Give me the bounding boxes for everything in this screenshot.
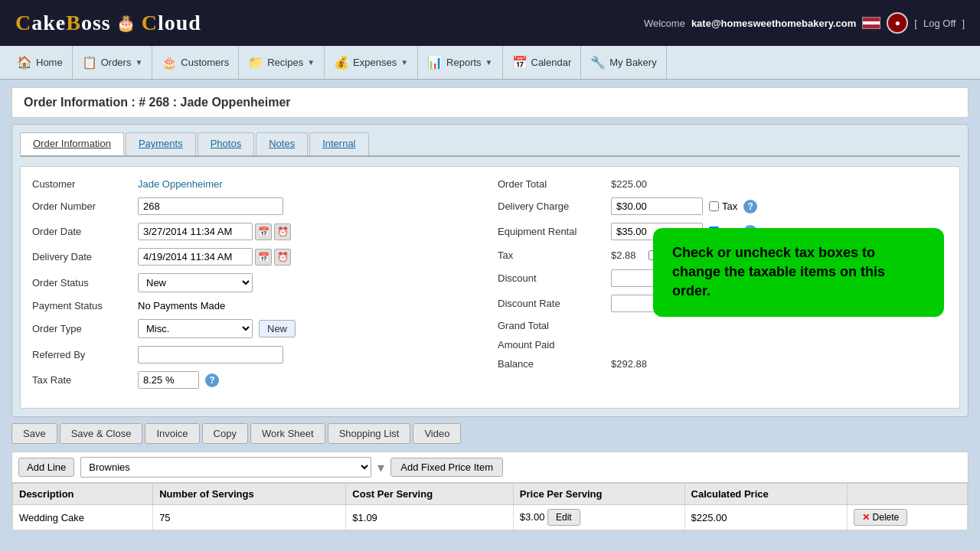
items-table: Description Number of Servings Cost Per … — [12, 483, 968, 530]
amount-paid-label: Amount Paid — [498, 339, 605, 350]
form-area: Customer Jade Oppenheimer Order Number O… — [20, 166, 960, 409]
nav-customers[interactable]: 🎂 Customers — [152, 46, 239, 79]
order-type-row: Order Type Misc. Wedding Cake Birthday N… — [32, 319, 482, 338]
delivery-tax-label: Tax — [722, 201, 737, 212]
save-close-button[interactable]: Save & Close — [60, 423, 143, 444]
payment-status-row: Payment Status No Payments Made — [32, 300, 482, 311]
nav-mybakery-label: My Bakery — [609, 57, 656, 68]
delivery-date-row: Delivery Date 📅 ⏰ — [32, 248, 482, 266]
delivery-date-time-button[interactable]: ⏰ — [274, 249, 291, 266]
order-date-calendar-button[interactable]: 📅 — [255, 223, 272, 240]
delivery-charge-help-icon[interactable]: ? — [743, 200, 757, 214]
main-panel: Order Information Payments Photos Notes … — [11, 124, 969, 417]
recipe-select-arrow-icon: ▾ — [377, 459, 384, 476]
page-title-bar: Order Information : # 268 : Jade Oppenhe… — [11, 87, 969, 118]
nav-orders-label: Orders — [101, 57, 132, 68]
nav-bar: 🏠 Home 📋 Orders ▼ 🎂 Customers 📁 Recipes … — [0, 46, 980, 80]
order-total-label: Order Total — [498, 178, 605, 190]
row-delete-cell: ✕ Delete — [847, 505, 967, 530]
add-line-button[interactable]: Add Line — [18, 458, 74, 477]
tax-rate-input[interactable] — [138, 371, 199, 389]
grand-total-row: Grand Total — [498, 320, 948, 331]
customer-row: Customer Jade Oppenheimer — [32, 178, 482, 190]
nav-recipes[interactable]: 📁 Recipes ▼ — [239, 46, 325, 79]
recipes-arrow-icon: ▼ — [307, 58, 315, 67]
reports-icon: 📊 — [427, 55, 443, 70]
video-button[interactable]: Video — [413, 423, 461, 444]
referred-by-row: Referred By — [32, 346, 482, 364]
col-actions — [847, 484, 967, 505]
expenses-icon: 💰 — [334, 55, 349, 70]
amount-paid-row: Amount Paid — [498, 339, 948, 350]
items-toolbar: Add Line Brownies Wedding Cake Cupcakes … — [12, 452, 968, 483]
logo-cloud: Cloud — [142, 11, 201, 35]
nav-reports-label: Reports — [446, 57, 482, 68]
delivery-charge-input[interactable] — [611, 197, 703, 215]
logout-button[interactable]: Log Off — [923, 18, 956, 29]
nav-customers-label: Customers — [181, 57, 229, 68]
delivery-date-label: Delivery Date — [32, 251, 132, 262]
order-total-row: Order Total $225.00 — [498, 178, 948, 190]
order-date-time-button[interactable]: ⏰ — [274, 223, 291, 240]
order-type-select[interactable]: Misc. Wedding Cake Birthday — [138, 319, 253, 338]
nav-calendar-label: Calendar — [531, 57, 572, 68]
tax-rate-label: Tax Rate — [32, 374, 132, 386]
logo-icon: 🎂 — [114, 11, 139, 35]
order-date-label: Order Date — [32, 226, 132, 237]
nav-calendar[interactable]: 📅 Calendar — [503, 46, 582, 79]
delivery-tax-check: Tax — [709, 201, 737, 212]
order-status-select[interactable]: New In Progress Complete — [138, 273, 253, 292]
tab-photos[interactable]: Photos — [198, 132, 254, 155]
discount-rate-label: Discount Rate — [498, 298, 605, 309]
referred-by-label: Referred By — [32, 349, 132, 360]
nav-expenses[interactable]: 💰 Expenses ▼ — [325, 46, 418, 79]
order-total-value: $225.00 — [611, 178, 647, 190]
delivery-date-calendar-button[interactable]: 📅 — [255, 249, 272, 266]
tax-rate-row: Tax Rate ? — [32, 371, 482, 389]
save-button[interactable]: Save — [11, 423, 57, 444]
equipment-rental-label: Equipment Rental — [498, 226, 605, 237]
delivery-date-input[interactable] — [138, 248, 253, 266]
tab-internal[interactable]: Internal — [309, 132, 368, 155]
order-number-input[interactable] — [138, 197, 283, 215]
add-fixed-price-button[interactable]: Add Fixed Price Item — [390, 458, 503, 477]
tax-value: $2.88 — [611, 249, 636, 261]
page-title: Order Information : # 268 : Jade Oppenhe… — [24, 96, 291, 109]
order-date-input[interactable] — [138, 223, 253, 240]
delivery-tax-checkbox[interactable] — [709, 201, 719, 211]
tax-rate-help-icon[interactable]: ? — [205, 373, 219, 387]
tabs: Order Information Payments Photos Notes … — [20, 132, 960, 157]
balance-value: $292.88 — [611, 358, 647, 370]
items-area: Add Line Brownies Wedding Cake Cupcakes … — [11, 452, 969, 531]
copy-button[interactable]: Copy — [202, 423, 248, 444]
tooltip-overlay: Check or uncheck tax boxes to change the… — [653, 228, 944, 317]
edit-button[interactable]: Edit — [547, 509, 580, 526]
nav-home[interactable]: 🏠 Home — [8, 46, 73, 79]
row-servings: 75 — [153, 505, 346, 530]
nav-mybakery[interactable]: 🔧 My Bakery — [581, 46, 666, 79]
tab-order-information[interactable]: Order Information — [20, 132, 124, 155]
recipe-select[interactable]: Brownies Wedding Cake Cupcakes — [80, 457, 371, 478]
order-status-label: Order Status — [32, 277, 132, 289]
nav-home-label: Home — [36, 57, 63, 68]
customer-link[interactable]: Jade Oppenheimer — [138, 178, 223, 190]
referred-by-input[interactable] — [138, 346, 283, 364]
worksheet-button[interactable]: Work Sheet — [250, 423, 325, 444]
tab-notes[interactable]: Notes — [256, 132, 308, 155]
discount-label: Discount — [498, 272, 605, 284]
action-buttons: Save Save & Close Invoice Copy Work Shee… — [11, 417, 969, 450]
tooltip-text: Check or uncheck tax boxes to change the… — [672, 245, 885, 298]
nav-reports[interactable]: 📊 Reports ▼ — [418, 46, 502, 79]
invoice-button[interactable]: Invoice — [145, 423, 199, 444]
user-email: kate@homesweethomebakery.com — [691, 18, 856, 29]
delete-button[interactable]: ✕ Delete — [854, 509, 908, 526]
mybakery-icon: 🔧 — [590, 55, 606, 70]
tab-payments[interactable]: Payments — [126, 132, 196, 155]
row-price-per-serving: $3.00 Edit — [513, 505, 684, 530]
balance-row: Balance $292.88 — [498, 358, 948, 370]
nav-expenses-label: Expenses — [353, 57, 397, 68]
row-calculated-price: $225.00 — [684, 505, 847, 530]
nav-orders[interactable]: 📋 Orders ▼ — [73, 46, 153, 79]
col-calculated-price: Calculated Price — [684, 484, 847, 505]
shopping-list-button[interactable]: Shopping List — [328, 423, 411, 444]
